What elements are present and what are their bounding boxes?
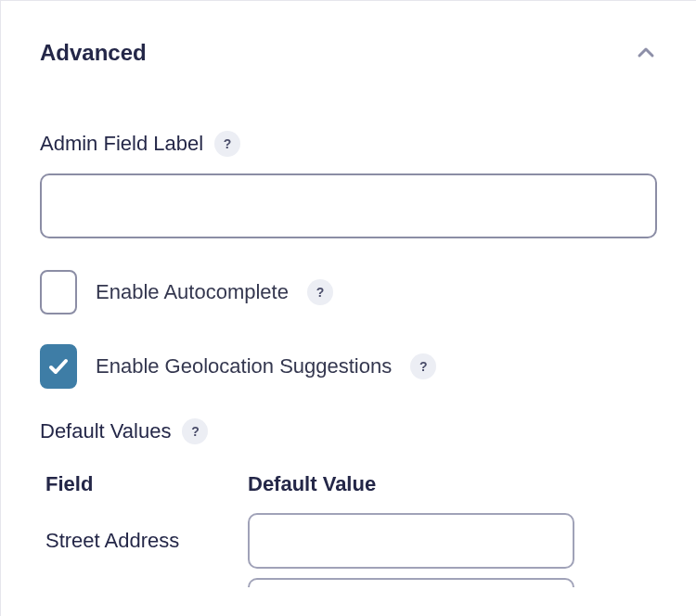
geolocation-checkbox[interactable] <box>40 344 77 389</box>
column-field-header: Field <box>45 472 248 496</box>
section-title: Advanced <box>40 40 147 66</box>
autocomplete-checkbox[interactable] <box>40 270 77 314</box>
geolocation-label: Enable Geolocation Suggestions <box>96 354 392 379</box>
admin-field-label-input[interactable] <box>40 173 657 238</box>
row-value-input-partial <box>248 578 574 587</box>
row-field-label: Street Address <box>45 529 248 553</box>
table-header: Field Default Value <box>45 472 657 496</box>
advanced-panel: Advanced Admin Field Label ? Enable Auto… <box>1 1 696 587</box>
default-values-title: Default Values <box>40 419 171 443</box>
help-icon[interactable]: ? <box>307 279 333 305</box>
admin-field-label: Admin Field Label <box>40 132 203 156</box>
autocomplete-label: Enable Autocomplete <box>96 280 289 304</box>
help-icon[interactable]: ? <box>182 418 208 444</box>
table-row <box>45 578 657 587</box>
chevron-up-icon[interactable] <box>635 42 657 64</box>
section-header: Advanced <box>40 40 657 66</box>
help-icon[interactable]: ? <box>214 131 240 157</box>
row-value-input[interactable] <box>248 513 574 569</box>
help-icon[interactable]: ? <box>410 353 436 379</box>
column-value-header: Default Value <box>248 472 376 496</box>
autocomplete-row: Enable Autocomplete ? <box>40 270 657 314</box>
table-row: Street Address <box>45 513 657 569</box>
geolocation-row: Enable Geolocation Suggestions ? <box>40 344 657 389</box>
default-values-header: Default Values ? <box>40 418 657 444</box>
admin-field-label-row: Admin Field Label ? <box>40 131 657 157</box>
default-values-table: Field Default Value Street Address <box>40 472 657 587</box>
